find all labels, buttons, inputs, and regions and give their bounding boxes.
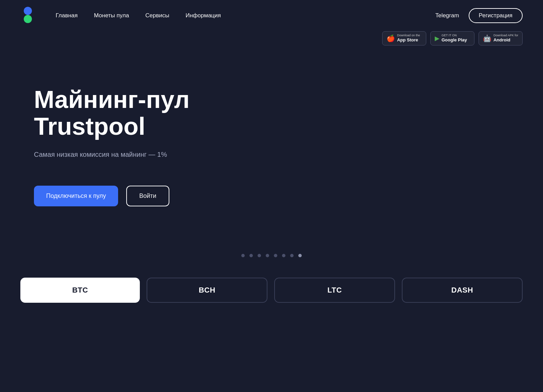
hero-title: Майнинг-пул Trustpool [34, 86, 204, 140]
android-badge[interactable]: 🤖 Download APK for Android [479, 31, 523, 45]
dot-7[interactable] [290, 254, 294, 257]
slider-dots [0, 227, 543, 278]
dot-6[interactable] [282, 254, 285, 257]
coin-tab-dash[interactable]: DASH [402, 278, 523, 303]
googleplay-small-label: GET IT ON [442, 34, 467, 37]
logo[interactable] [20, 6, 35, 25]
svg-rect-1 [24, 15, 32, 23]
nav-services[interactable]: Сервисы [145, 12, 169, 19]
hero-section: Майнинг-пул Trustpool Самая низкая комис… [0, 52, 238, 227]
appstore-badge[interactable]: 🍎 Download on the App Store [382, 31, 426, 45]
appstore-large-label: App Store [397, 37, 420, 43]
coin-tab-bch[interactable]: BCH [147, 278, 267, 303]
googleplay-large-label: Google Play [442, 37, 467, 43]
nav-home[interactable]: Главная [56, 12, 78, 19]
coin-tab-btc[interactable]: BTC [20, 278, 140, 303]
android-large-label: Android [493, 37, 518, 43]
dot-2[interactable] [249, 254, 253, 257]
svg-rect-0 [24, 7, 32, 15]
dot-5[interactable] [274, 254, 277, 257]
nav-coins[interactable]: Монеты пула [94, 12, 129, 19]
dot-3[interactable] [258, 254, 261, 257]
dot-8[interactable] [298, 254, 302, 257]
android-icon: 🤖 [483, 34, 491, 42]
dot-4[interactable] [266, 254, 269, 257]
android-small-label: Download APK for [493, 34, 518, 37]
register-button[interactable]: Регистрация [469, 8, 523, 23]
hero-title-line2: Trustpool [34, 113, 145, 140]
login-button[interactable]: Войти [126, 186, 169, 206]
hero-buttons: Подключиться к пулу Войти [34, 186, 204, 206]
header-right: Telegram Регистрация [435, 8, 523, 23]
hero-title-line1: Майнинг-пул [34, 86, 190, 113]
telegram-link[interactable]: Telegram [435, 12, 459, 19]
connect-button[interactable]: Подключиться к пулу [34, 186, 118, 206]
dot-1[interactable] [241, 254, 245, 257]
header-left: Главная Монеты пула Сервисы Информация [20, 6, 221, 25]
googleplay-badge[interactable]: ▶ GET IT ON Google Play [430, 31, 474, 45]
hero-subtitle: Самая низкая комиссия на майнинг — 1% [34, 151, 204, 158]
apple-icon: 🍎 [387, 34, 395, 42]
appstore-small-label: Download on the [397, 34, 420, 37]
app-badges-row: 🍎 Download on the App Store ▶ GET IT ON … [0, 31, 543, 52]
nav-info[interactable]: Информация [186, 12, 221, 19]
googleplay-icon: ▶ [435, 35, 439, 42]
coin-tabs: BTC BCH LTC DASH [0, 278, 543, 303]
header: Главная Монеты пула Сервисы Информация T… [0, 0, 543, 31]
main-nav: Главная Монеты пула Сервисы Информация [56, 12, 221, 19]
coin-tab-ltc[interactable]: LTC [274, 278, 395, 303]
